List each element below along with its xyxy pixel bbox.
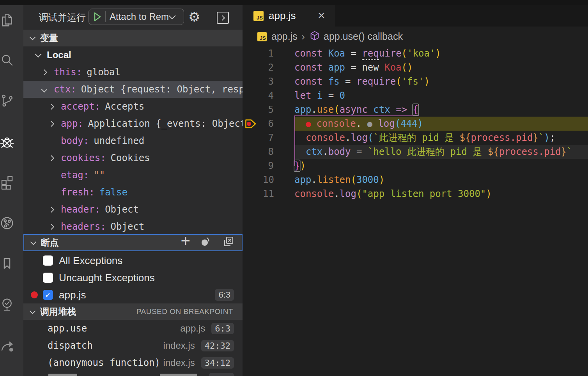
variable-name: body:	[61, 135, 89, 146]
variable-row[interactable]: this:global	[23, 64, 243, 81]
variables-list: this:globalctx:Object {request: Object, …	[23, 64, 243, 235]
breadcrumb-symbol[interactable]: app.use() callback	[324, 31, 403, 42]
breakpoint-label: app.js	[59, 289, 86, 301]
code-line[interactable]: 7 console.log(`此进程的 pid 是 ${process.pid}…	[243, 131, 588, 145]
search-icon[interactable]	[0, 53, 15, 68]
code-text: const app = new Koa()	[294, 60, 413, 74]
gitlens-icon[interactable]	[0, 215, 15, 231]
variable-name: app:	[61, 118, 83, 129]
variable-row[interactable]: fresh:false	[23, 184, 243, 201]
launch-config-label: Attach to Remo	[110, 11, 169, 22]
twistie[interactable]	[49, 225, 61, 229]
variable-row[interactable]: ctx:Object {request: Object, respo…	[23, 81, 243, 98]
variable-name: cookies:	[61, 153, 106, 163]
chevron-right-icon	[48, 155, 55, 161]
variable-name: fresh:	[61, 187, 95, 198]
code-line[interactable]: 4let i = 0	[243, 89, 588, 103]
breakpoint-row[interactable]: All Exceptions	[23, 252, 243, 269]
breakpoint-row[interactable]: Uncaught Exceptions	[23, 269, 243, 286]
start-debug-icon[interactable]	[94, 12, 101, 21]
javascript-file-icon: JS	[257, 32, 267, 41]
twistie[interactable]	[49, 122, 61, 126]
line-number: 9	[263, 159, 274, 173]
code-line[interactable]: 1const Koa = require('koa')	[243, 46, 588, 60]
code-area: 1const Koa = require('koa')2const app = …	[243, 46, 588, 376]
code-line[interactable]: 10app.listen(3000)	[243, 173, 588, 187]
tab-title: app.js	[269, 10, 296, 22]
testing-icon[interactable]	[0, 297, 15, 312]
editor-group: JS app.js × JS app.js › app.use() callba…	[243, 5, 588, 376]
breakpoints-title: 断点	[41, 237, 59, 249]
breakpoints-section-header[interactable]: 断点 +	[23, 234, 243, 251]
line-number: 4	[263, 89, 274, 103]
breakpoint-checkbox[interactable]: ✓	[43, 290, 53, 300]
line-number: 11	[263, 187, 274, 201]
chevron-right-icon	[48, 103, 55, 110]
code-line[interactable]: 8 ctx.body = `hello 此进程的 pid 是 ${process…	[243, 145, 588, 159]
frame-name: dispatch	[48, 340, 93, 351]
variable-row[interactable]: app:Application {_events: Object,…	[23, 115, 243, 132]
chevron-right-icon	[48, 223, 55, 230]
variable-row[interactable]: cookies:Cookies	[23, 149, 243, 167]
stack-frame-row[interactable]: (anonymous function)index.js34:12	[23, 354, 243, 371]
breakpoint-dot-icon	[31, 291, 38, 298]
extensions-icon[interactable]	[0, 174, 15, 190]
share-icon[interactable]	[0, 338, 15, 353]
code-line[interactable]: 6 ● console. ● log(444)	[243, 117, 588, 131]
gear-icon[interactable]: ⚙	[188, 5, 200, 30]
twistie[interactable]	[42, 70, 54, 74]
breadcrumb-file[interactable]: app.js	[271, 31, 298, 42]
variable-row[interactable]: accept:Accepts	[23, 98, 243, 115]
variables-title: 变量	[40, 32, 58, 44]
code-line[interactable]: 9})	[243, 159, 588, 173]
breakpoint-checkbox[interactable]	[43, 273, 53, 283]
frame-file: index.js	[163, 357, 195, 368]
variable-row[interactable]: header:Object	[23, 201, 243, 218]
frame-name: app.use	[48, 323, 87, 334]
variable-row[interactable]: etag:""	[23, 167, 243, 184]
code-line[interactable]: 5app.use(async ctx => {	[243, 103, 588, 117]
tab-app-js[interactable]: JS app.js ×	[243, 5, 335, 27]
close-icon[interactable]: ×	[318, 5, 325, 27]
variable-name: ctx:	[54, 84, 76, 95]
javascript-file-icon: JS	[253, 11, 264, 21]
code-line[interactable]: 11console.log("app listen port 3000")	[243, 187, 588, 201]
dropdown-separator	[105, 11, 106, 22]
variable-name: this:	[54, 67, 82, 78]
twistie[interactable]	[49, 208, 61, 212]
variable-value: Cookies	[111, 153, 150, 163]
chevron-right-icon	[48, 121, 55, 127]
scope-row-local[interactable]: Local	[23, 46, 243, 64]
explorer-icon[interactable]	[0, 12, 15, 28]
remove-all-breakpoints-icon[interactable]	[221, 236, 235, 250]
variable-row[interactable]: headers:Object	[23, 218, 243, 235]
line-number: 2	[263, 60, 274, 74]
code-text: const fs = require('fs')	[294, 74, 430, 89]
toggle-breakpoints-icon[interactable]	[200, 235, 212, 250]
stack-frame-row[interactable]: app.useapp.js6:3	[23, 320, 243, 337]
code-line[interactable]: 2const app = new Koa()	[243, 60, 588, 74]
breakpoint-label: Uncaught Exceptions	[59, 272, 155, 284]
frame-location-badge: 42:32	[201, 340, 234, 351]
call-stack-section-header[interactable]: 调用堆栈 PAUSED ON BREAKPOINT	[23, 303, 243, 320]
variables-section-header[interactable]: 变量	[23, 30, 243, 46]
run-and-debug-icon[interactable]	[0, 135, 15, 150]
line-number: 6	[263, 117, 274, 131]
breakpoint-checkbox[interactable]	[43, 255, 53, 266]
frame-file: index.js	[163, 340, 195, 351]
source-control-icon[interactable]	[0, 93, 15, 108]
stack-frame-row[interactable]: dispatchindex.js42:32	[23, 337, 243, 354]
variable-row[interactable]: body:undefined	[23, 132, 243, 149]
twistie[interactable]	[49, 156, 61, 160]
debug-console-icon[interactable]	[217, 12, 229, 24]
launch-config-dropdown[interactable]: Attach to Remo	[89, 9, 184, 25]
breakpoint-row[interactable]: ✓app.js6:3	[23, 286, 243, 303]
add-function-breakpoint-icon[interactable]: +	[181, 235, 190, 247]
paused-status-label: PAUSED ON BREAKPOINT	[136, 307, 243, 316]
variable-value: Object	[111, 221, 145, 232]
twistie[interactable]	[49, 105, 61, 109]
twistie[interactable]	[42, 87, 54, 92]
line-number: 10	[263, 173, 274, 187]
code-line[interactable]: 3const fs = require('fs')	[243, 74, 588, 89]
bookmarks-icon[interactable]	[0, 256, 15, 271]
